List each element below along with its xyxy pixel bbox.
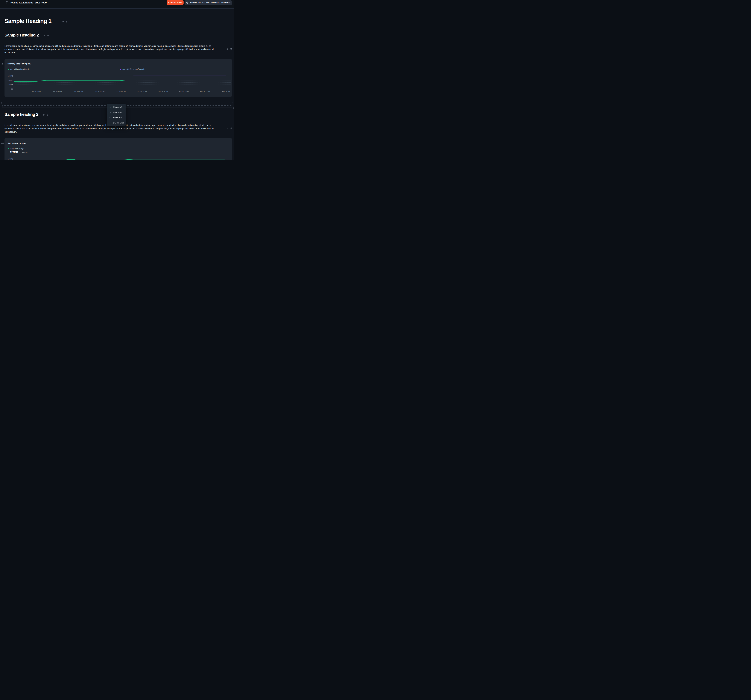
menu-item-label: Heading 1	[113, 106, 122, 108]
edit-heading-2-button[interactable]	[43, 34, 45, 37]
clock-icon	[186, 2, 189, 4]
y-tick-label: 150MB	[8, 158, 13, 160]
insert-block-menu: H₁Heading 1H₂Heading 2AaBody Text—Divide…	[107, 104, 126, 126]
chart-card-avg-memory-usage: Avg memory usage Avg mem usage 122MB 3 D…	[5, 138, 232, 160]
edit-heading-3-button[interactable]	[43, 114, 45, 116]
chart-card-memory-usage-by-app-id: Memory usage by App ID org.wikimedia.wik…	[5, 59, 232, 97]
x-tick-label: Jul 30 18:00	[74, 90, 83, 92]
delete-heading-3-button[interactable]	[46, 114, 48, 116]
resize-handle-icon[interactable]	[228, 93, 230, 96]
topbar: Testing explorations - AK / Report Exit …	[0, 0, 234, 9]
x-tick-label: Jul 30 12:00	[53, 90, 62, 92]
divider-line-icon: —	[108, 122, 112, 124]
report-edit-page: Testing explorations - AK / Report Exit …	[0, 0, 234, 160]
x-tick-label: Aug 01 00:00	[179, 90, 189, 92]
drag-handle[interactable]	[2, 106, 3, 109]
menu-item-heading-2[interactable]: H₂Heading 2	[107, 110, 126, 115]
legend-dot-icon	[120, 69, 121, 70]
date-range-text: 2025/07/30 01:02 AM - 2025/08/01 02:52 P…	[190, 2, 229, 4]
heading-3-text: Sample heading 2	[5, 112, 38, 117]
delete-heading-1-button[interactable]	[65, 20, 68, 23]
x-tick-label: Jul 31 00:00	[95, 90, 105, 92]
legend-label: org.wikimedia.wikipedia	[10, 68, 30, 70]
drag-handle[interactable]	[2, 139, 3, 142]
menu-item-heading-1[interactable]: H₁Heading 1	[107, 104, 126, 110]
hide-chart-icon[interactable]	[1, 63, 4, 66]
x-tick-label: Jul 30 06:00	[32, 90, 41, 92]
document-icon	[6, 2, 8, 5]
edit-heading-1-button[interactable]	[62, 20, 64, 23]
chart-title: Memory usage by App ID	[8, 63, 31, 65]
delete-paragraph-button[interactable]	[230, 127, 232, 130]
page-title: Testing explorations - AK / Report	[10, 1, 48, 4]
drag-handle[interactable]	[2, 34, 3, 37]
heading-2-text: Sample Heading 2	[5, 33, 39, 37]
delete-paragraph-button[interactable]	[230, 48, 232, 50]
legend-label: com.bitdrift.io.expoExample	[122, 68, 145, 70]
hide-chart-icon[interactable]	[1, 142, 4, 145]
chart-title: Avg memory usage	[8, 142, 26, 144]
drag-handle[interactable]	[2, 20, 3, 23]
edit-paragraph-button[interactable]	[226, 48, 229, 50]
x-tick-label: Aug 01 12:	[222, 90, 230, 92]
heading-1-icon: H₁	[108, 106, 112, 108]
menu-item-body-text[interactable]: AaBody Text	[107, 115, 126, 120]
exit-edit-mode-button[interactable]: Exit Edit Mode	[167, 0, 184, 5]
y-tick-label: 0B	[11, 88, 13, 90]
series-line-org-wikimedia-wikipedia	[15, 80, 133, 82]
drag-handle[interactable]	[2, 114, 3, 117]
legend-item-org-wikimedia-wikipedia[interactable]: org.wikimedia.wikipedia	[8, 68, 30, 70]
heading-2-icon: H₂	[108, 111, 112, 113]
x-tick-label: Jul 31 18:00	[158, 90, 168, 92]
delete-divider-button[interactable]	[232, 107, 234, 109]
series-line-avg-mem-usage	[63, 159, 224, 160]
chart-stat: 122MB 3 Devices	[10, 151, 28, 154]
legend-item-com-bitdrift-io-expoexample[interactable]: com.bitdrift.io.expoExample	[120, 68, 145, 70]
y-tick-label: 50MB	[9, 83, 13, 85]
menu-item-label: Heading 2	[113, 111, 122, 113]
drag-handle[interactable]	[2, 127, 3, 130]
menu-item-label: Body Text	[113, 116, 122, 119]
chevron-down-icon	[229, 2, 231, 3]
menu-item-label: Divider Line	[113, 122, 124, 124]
heading-1-text: Sample Heading 1	[5, 18, 51, 24]
body-text-paragraph: Lorem ipsum dolor sit amet, consectetur …	[5, 44, 224, 54]
delete-heading-2-button[interactable]	[47, 34, 49, 37]
menu-item-divider-line[interactable]: —Divider Line	[107, 120, 126, 125]
line-chart: 150MB	[5, 138, 232, 160]
legend-dot-icon	[8, 148, 9, 149]
edit-paragraph-button[interactable]	[226, 127, 229, 130]
y-tick-label: 100MB	[8, 79, 13, 81]
x-tick-label: Aug 01 06:00	[200, 90, 210, 92]
x-tick-label: Jul 31 12:00	[137, 90, 147, 92]
drag-handle[interactable]	[2, 48, 3, 51]
body-text-icon: Aa	[108, 117, 112, 119]
stat-value: 122MB	[10, 151, 18, 154]
line-chart: 150MB100MB50MB0BJul 30 06:00Jul 30 12:00…	[5, 59, 232, 94]
drag-handle[interactable]	[2, 59, 3, 62]
stat-caption: 3 Devices	[19, 151, 28, 153]
legend-item-avg-mem-usage[interactable]: Avg mem usage	[8, 147, 24, 150]
legend-dot-icon	[8, 69, 9, 70]
date-range-picker[interactable]: 2025/07/30 01:02 AM - 2025/08/01 02:52 P…	[185, 0, 232, 5]
legend-label: Avg mem usage	[10, 147, 24, 150]
x-tick-label: Jul 31 06:00	[116, 90, 125, 92]
y-tick-label: 150MB	[8, 75, 13, 77]
